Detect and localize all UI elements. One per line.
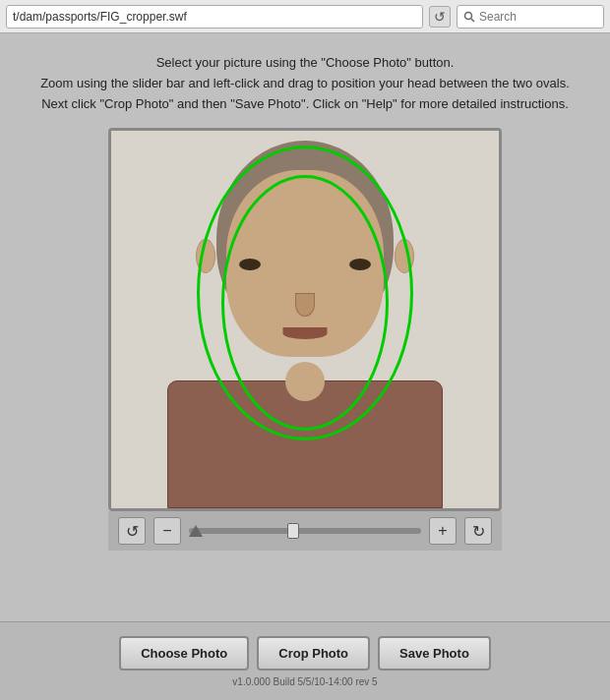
choose-photo-button[interactable]: Choose Photo xyxy=(119,636,249,671)
search-bar[interactable] xyxy=(457,5,604,29)
browser-toolbar: t/dam/passports/FIG_cropper.swf ↺ xyxy=(0,0,610,33)
slider-thumb[interactable] xyxy=(287,523,299,539)
svg-line-1 xyxy=(471,19,474,22)
reload-icon: ↺ xyxy=(434,9,446,25)
reload-button[interactable]: ↺ xyxy=(429,6,451,28)
zoom-in-button[interactable]: + xyxy=(429,517,457,545)
instruction-line1: Select your picture using the "Choose Ph… xyxy=(40,53,570,74)
action-buttons: Choose Photo Crop Photo Save Photo xyxy=(119,636,491,671)
rotate-left-icon: ↺ xyxy=(126,522,139,541)
url-bar[interactable]: t/dam/passports/FIG_cropper.swf xyxy=(6,5,423,29)
rotate-left-button[interactable]: ↺ xyxy=(118,517,146,545)
spacer xyxy=(0,560,610,590)
bottom-bar: Choose Photo Crop Photo Save Photo v1.0.… xyxy=(0,621,610,700)
zoom-slider[interactable] xyxy=(189,528,421,534)
rotate-right-icon: ↻ xyxy=(472,522,485,541)
instruction-line3: Next click "Crop Photo" and then "Save P… xyxy=(40,94,570,115)
version-label: v1.0.000 Build 5/5/10-14:00 rev 5 xyxy=(232,676,377,687)
main-content: Select your picture using the "Choose Ph… xyxy=(0,33,610,560)
controls-bar: ↺ − + ↻ xyxy=(108,511,502,551)
oval-inner xyxy=(221,175,389,431)
crop-photo-button[interactable]: Crop Photo xyxy=(257,636,370,671)
svg-point-0 xyxy=(465,12,472,19)
zoom-out-button[interactable]: − xyxy=(153,517,181,545)
minus-icon: − xyxy=(162,522,171,540)
slider-arrow xyxy=(189,525,203,537)
url-text: t/dam/passports/FIG_cropper.swf xyxy=(13,10,187,24)
search-input[interactable] xyxy=(479,10,587,24)
instruction-line2: Zoom using the slider bar and left-click… xyxy=(40,74,570,94)
photo-display[interactable] xyxy=(108,128,502,511)
search-icon xyxy=(463,11,475,23)
rotate-right-button[interactable]: ↻ xyxy=(464,517,492,545)
instructions-block: Select your picture using the "Choose Ph… xyxy=(40,53,570,114)
save-photo-button[interactable]: Save Photo xyxy=(378,636,491,671)
plus-icon: + xyxy=(438,522,447,540)
face-area xyxy=(111,131,499,508)
